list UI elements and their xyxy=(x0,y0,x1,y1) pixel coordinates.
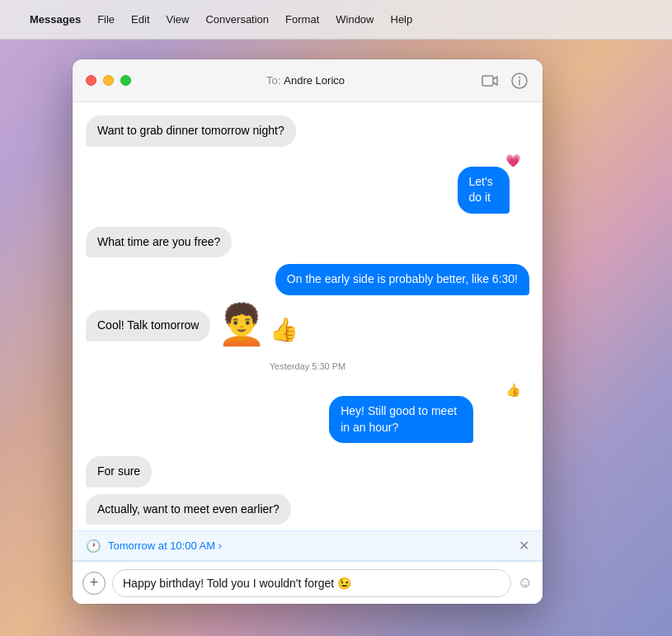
message-bubble: What time are you free? xyxy=(86,227,232,258)
menubar: Messages File Edit View Conversation For… xyxy=(0,0,672,40)
input-area: + ☺ xyxy=(73,561,543,604)
video-call-button[interactable] xyxy=(480,71,500,91)
menubar-file[interactable]: File xyxy=(97,13,115,26)
reminder-text[interactable]: Tomorrow at 10:00 AM › xyxy=(108,539,222,552)
titlebar: To: Andre Lorico xyxy=(73,59,543,102)
emoji-button[interactable]: ☺ xyxy=(518,574,533,591)
titlebar-actions xyxy=(480,71,529,91)
titlebar-center: To: Andre Lorico xyxy=(131,74,480,87)
message-row: What time are you free? xyxy=(86,227,529,258)
message-bubble: Hey! Still good to meet in an hour? xyxy=(329,396,473,443)
close-button[interactable] xyxy=(86,75,96,86)
memoji-row: Cool! Talk tomorrow 🧑‍🦱 👍 xyxy=(86,305,298,342)
svg-rect-0 xyxy=(482,76,493,86)
message-row: 💗 Let's do it xyxy=(86,153,529,214)
add-attachment-button[interactable]: + xyxy=(82,572,106,595)
to-label: To: xyxy=(266,74,280,87)
message-row: For sure xyxy=(86,456,529,488)
message-row: On the early side is probably better, li… xyxy=(86,264,529,295)
svg-point-2 xyxy=(519,77,520,78)
memoji-tapback: 👍 xyxy=(270,318,298,342)
message-bubble: Actually, want to meet even earlier? xyxy=(86,494,291,525)
message-row: 👍 Hey! Still good to meet in an hour? xyxy=(86,383,529,443)
minimize-button[interactable] xyxy=(103,75,114,86)
menubar-help[interactable]: Help xyxy=(391,13,413,26)
message-input[interactable] xyxy=(123,577,500,590)
message-bubble: Let's do it xyxy=(458,167,510,214)
plus-icon: + xyxy=(90,574,99,591)
message-bubble: For sure xyxy=(86,456,152,488)
message-input-wrapper xyxy=(112,569,511,597)
message-bubble: Cool! Talk tomorrow xyxy=(86,310,210,342)
message-bubble: Want to grab dinner tomorrow night? xyxy=(86,115,296,147)
reminder-content: 🕐 Tomorrow at 10:00 AM › xyxy=(86,539,222,554)
menubar-format[interactable]: Format xyxy=(285,13,319,26)
reminder-clock-icon: 🕐 xyxy=(86,539,101,554)
menubar-messages[interactable]: Messages xyxy=(30,13,81,26)
menubar-view[interactable]: View xyxy=(167,13,190,26)
messages-window: To: Andre Lorico Want to grab din xyxy=(73,59,543,604)
message-bubble: On the early side is probably better, li… xyxy=(275,264,529,295)
menubar-window[interactable]: Window xyxy=(336,13,374,26)
messages-area[interactable]: Want to grab dinner tomorrow night? 💗 Le… xyxy=(73,102,543,530)
info-button[interactable] xyxy=(510,71,529,91)
reminder-bar: 🕐 Tomorrow at 10:00 AM › ✕ xyxy=(73,530,543,561)
menubar-conversation[interactable]: Conversation xyxy=(205,13,269,26)
memoji-sticker: 🧑‍🦱 xyxy=(217,305,266,345)
maximize-button[interactable] xyxy=(120,75,131,86)
message-row: Cool! Talk tomorrow 🧑‍🦱 👍 xyxy=(86,305,529,342)
message-row: Want to grab dinner tomorrow night? xyxy=(86,115,529,147)
timestamp-divider: Yesterday 5:30 PM xyxy=(86,361,529,371)
traffic-lights xyxy=(86,75,131,86)
reminder-close-button[interactable]: ✕ xyxy=(519,538,529,554)
menubar-edit[interactable]: Edit xyxy=(131,13,149,26)
message-row: Actually, want to meet even earlier? xyxy=(86,494,529,525)
contact-name: Andre Lorico xyxy=(284,74,345,87)
